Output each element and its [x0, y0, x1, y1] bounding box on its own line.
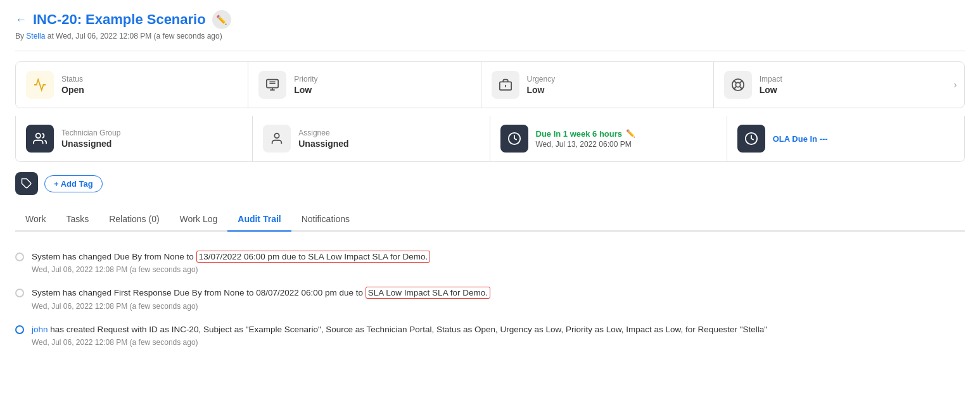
ola-icon	[737, 125, 765, 153]
audit-item-3: john has created Request with ID as INC-…	[15, 317, 965, 353]
tab-notifications[interactable]: Notifications	[291, 208, 360, 232]
ola-card[interactable]: OLA Due In ---	[727, 116, 964, 161]
audit-radio-2	[15, 289, 24, 297]
tech-group-icon	[26, 125, 54, 153]
audit-time-1: Wed, Jul 06, 2022 12:08 PM (a few second…	[32, 265, 430, 274]
due-in-date: Wed, Jul 13, 2022 06:00 PM	[536, 140, 636, 149]
impact-icon	[724, 71, 752, 99]
status-label: Status	[61, 75, 84, 84]
ola-label: OLA Due In ---	[773, 134, 828, 144]
priority-card[interactable]: Priority Low	[248, 62, 481, 108]
expand-chevron[interactable]: ›	[946, 62, 964, 108]
priority-value: Low	[294, 85, 317, 95]
due-in-label: Due In 1 week 6 hours ✏️	[536, 129, 636, 139]
audit-trail-list: System has changed Due By from None to 1…	[15, 244, 965, 353]
info-row2: Technician Group Unassigned Assignee Una…	[15, 116, 965, 162]
audit-highlight-1: 13/07/2022 06:00 pm due to SLA Low Impac…	[196, 251, 431, 263]
audit-text-1: System has changed Due By from None to 1…	[32, 251, 430, 263]
audit-radio-1	[15, 253, 24, 261]
audit-time-2: Wed, Jul 06, 2022 12:08 PM (a few second…	[32, 302, 490, 311]
svg-line-10	[739, 81, 742, 84]
tab-worklog[interactable]: Work Log	[170, 208, 228, 232]
assignee-icon	[263, 125, 291, 153]
tab-relations[interactable]: Relations (0)	[99, 208, 169, 232]
audit-text-2: System has changed First Response Due By…	[32, 287, 490, 299]
audit-user-link[interactable]: john	[32, 325, 48, 334]
due-in-card[interactable]: Due In 1 week 6 hours ✏️ Wed, Jul 13, 20…	[490, 116, 727, 161]
page-title: INC-20: Example Scenario	[33, 11, 206, 28]
edit-title-button[interactable]: ✏️	[212, 10, 231, 29]
audit-highlight-2: SLA Low Impact SLA for Demo.	[366, 287, 490, 299]
svg-line-8	[734, 81, 736, 84]
info-row1: Status Open Priority Low Urgency Low	[15, 61, 965, 108]
status-card[interactable]: Status Open	[16, 62, 248, 108]
audit-text-3: john has created Request with ID as INC-…	[32, 323, 767, 336]
impact-label: Impact	[760, 75, 782, 84]
due-in-icon	[500, 125, 528, 153]
status-value: Open	[61, 85, 84, 95]
urgency-card[interactable]: Urgency Low	[481, 62, 714, 108]
assignee-label: Assignee	[298, 128, 348, 137]
subtitle-user-link[interactable]: Stella	[26, 32, 45, 41]
urgency-value: Low	[527, 85, 556, 95]
tabs: Work Tasks Relations (0) Work Log Audit …	[15, 208, 965, 232]
status-icon	[26, 71, 54, 99]
tech-group-label: Technician Group	[61, 128, 120, 137]
impact-card[interactable]: Impact Low	[714, 62, 946, 108]
tech-group-card[interactable]: Technician Group Unassigned	[16, 116, 253, 161]
svg-line-9	[739, 87, 742, 89]
assignee-card[interactable]: Assignee Unassigned	[253, 116, 490, 161]
priority-icon	[258, 71, 286, 99]
tab-work[interactable]: Work	[15, 208, 56, 232]
tag-icon[interactable]	[15, 172, 38, 195]
tab-audit-trail[interactable]: Audit Trail	[227, 208, 291, 232]
tab-tasks[interactable]: Tasks	[56, 208, 99, 232]
tag-row: + Add Tag	[15, 172, 965, 195]
svg-point-12	[36, 134, 41, 138]
priority-label: Priority	[294, 75, 317, 84]
subtitle: By Stella at Wed, Jul 06, 2022 12:08 PM …	[15, 32, 965, 41]
due-in-edit-icon[interactable]: ✏️	[626, 129, 635, 138]
add-tag-button[interactable]: + Add Tag	[44, 175, 103, 192]
assignee-value: Unassigned	[298, 139, 348, 149]
back-arrow[interactable]: ←	[15, 13, 27, 27]
audit-radio-3	[15, 325, 24, 334]
tech-group-value: Unassigned	[61, 139, 120, 149]
urgency-label: Urgency	[527, 75, 556, 84]
impact-value: Low	[760, 85, 782, 95]
svg-point-7	[735, 82, 740, 87]
svg-point-13	[275, 134, 279, 138]
svg-line-11	[734, 87, 736, 89]
audit-item-2: System has changed First Response Due By…	[15, 280, 965, 316]
urgency-icon	[492, 71, 519, 99]
audit-item-1: System has changed Due By from None to 1…	[15, 244, 965, 280]
audit-time-3: Wed, Jul 06, 2022 12:08 PM (a few second…	[32, 338, 767, 347]
